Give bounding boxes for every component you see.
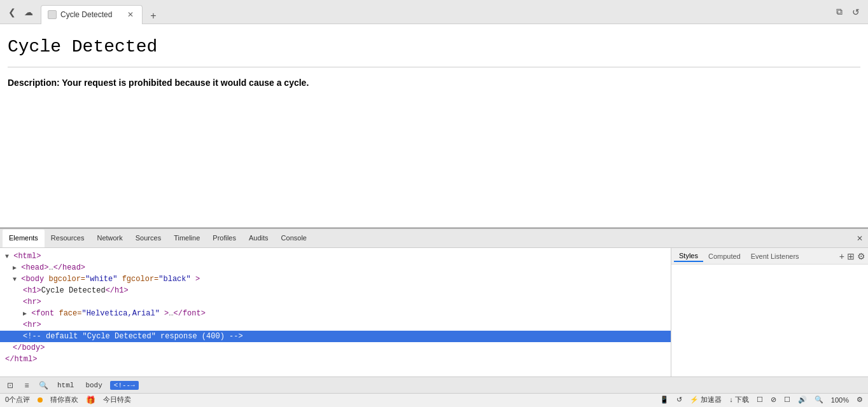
- breadcrumb-html[interactable]: html: [53, 381, 78, 390]
- devtools-right-tab-styles[interactable]: Styles: [674, 251, 703, 262]
- devtools-close-button[interactable]: ✕: [854, 233, 865, 244]
- status-dot: [38, 397, 43, 403]
- restore-button[interactable]: ⧉: [832, 5, 846, 19]
- devtools-panel: Elements Resources Network Sources Timel…: [0, 228, 868, 393]
- accelerator-label[interactable]: ⚡ 加速器: [690, 395, 722, 404]
- devtools-tab-resources[interactable]: Resources: [45, 230, 91, 247]
- tab-close-button[interactable]: ✕: [125, 10, 136, 20]
- page-description: Description: Your request is prohibited …: [8, 78, 860, 88]
- dom-line-comment[interactable]: <!-- default "Cycle Detected" response (…: [0, 331, 671, 342]
- dom-line-html[interactable]: ▼ <html>: [0, 251, 671, 262]
- status-deals: 今日特卖: [103, 395, 131, 404]
- window-icon[interactable]: ☐: [757, 396, 763, 404]
- browser-actions: ⧉ ↺: [832, 5, 863, 19]
- status-recommend: 猜你喜欢: [50, 395, 78, 404]
- dom-line-body-close[interactable]: </body>: [0, 342, 671, 354]
- settings-icon[interactable]: ⚙: [857, 251, 865, 261]
- zoom-level: 100%: [831, 396, 849, 404]
- styles-panel: Styles Computed Event Listeners + ⊞ ⚙: [671, 248, 868, 376]
- browser-window: ❮ ☁ Cycle Detected ✕ + ⧉ ↺ Cycle Detecte…: [0, 0, 868, 407]
- back-button[interactable]: ❮: [5, 5, 19, 19]
- page-title: Cycle Detected: [8, 37, 860, 57]
- devtools-right-tab-computed[interactable]: Computed: [703, 251, 746, 261]
- mobile-icon[interactable]: 📱: [660, 396, 669, 404]
- devtools-tab-profiles[interactable]: Profiles: [206, 230, 242, 247]
- devtools-tabs: Elements Resources Network Sources Timel…: [0, 229, 868, 248]
- dom-tree-panel: ▼ <html> ▶ <head>…</head> ▼ <body bgcolo…: [0, 248, 671, 376]
- list-button[interactable]: ≡: [20, 379, 33, 392]
- devtools-tab-console[interactable]: Console: [275, 230, 313, 247]
- devtools-bottom-toolbar: ⊡ ≡ 🔍 html body <!--→: [0, 376, 868, 393]
- devtools-tab-sources[interactable]: Sources: [129, 230, 167, 247]
- active-tab[interactable]: Cycle Detected ✕: [41, 5, 143, 24]
- dom-line-body[interactable]: ▼ <body bgcolor="white" fgcolor="black" …: [0, 273, 671, 285]
- refresh-icon[interactable]: ↺: [676, 396, 682, 404]
- devtools-tab-timeline[interactable]: Timeline: [167, 230, 206, 247]
- dom-line-h1[interactable]: <h1>Cycle Detected</h1>: [0, 285, 671, 296]
- devtools-tab-audits[interactable]: Audits: [242, 230, 275, 247]
- browser-nav: ❮ ☁: [5, 5, 36, 19]
- dom-line-hr2[interactable]: <hr>: [0, 319, 671, 331]
- breadcrumb-body[interactable]: body: [81, 381, 106, 390]
- volume-icon[interactable]: 🔊: [798, 396, 807, 404]
- tab-title: Cycle Detected: [60, 10, 122, 19]
- tab-favicon: [48, 10, 57, 19]
- stop-icon[interactable]: ⊘: [771, 396, 776, 404]
- devtools-right-actions: + ⊞ ⚙: [839, 251, 865, 261]
- devtools-body: ▼ <html> ▶ <head>…</head> ▼ <body bgcolo…: [0, 248, 868, 376]
- status-points: 0个点评: [5, 395, 30, 404]
- cloud-button[interactable]: ☁: [22, 5, 36, 19]
- dom-line-hr1[interactable]: <hr>: [0, 296, 671, 308]
- reload-button[interactable]: ↺: [849, 5, 863, 19]
- settings-gear-icon[interactable]: ⚙: [857, 396, 863, 404]
- dom-line-font[interactable]: ▶ <font face="Helvetica,Arial" >…</font>: [0, 308, 671, 319]
- add-rule-icon[interactable]: +: [839, 251, 844, 261]
- search-button[interactable]: 🔍: [37, 379, 50, 392]
- gift-icon: 🎁: [86, 396, 95, 404]
- status-bar: 0个点评 猜你喜欢 🎁 今日特卖 📱 ↺ ⚡ 加速器 ↓ 下载 ☐ ⊘ ☐ 🔊 …: [0, 393, 868, 406]
- devtools-right-tab-event-listeners[interactable]: Event Listeners: [746, 251, 804, 261]
- devtools-tab-network[interactable]: Network: [90, 230, 129, 247]
- zoom-label[interactable]: 🔍: [815, 396, 823, 404]
- tab-bar: Cycle Detected ✕ +: [41, 0, 832, 24]
- breadcrumb-comment[interactable]: <!--→: [110, 381, 139, 390]
- dom-line-head[interactable]: ▶ <head>…</head>: [0, 262, 671, 273]
- dom-line-html-close[interactable]: </html>: [0, 354, 671, 365]
- new-tab-button[interactable]: +: [145, 8, 162, 24]
- page-divider: [8, 67, 860, 67]
- page-content: Cycle Detected Description: Your request…: [0, 24, 868, 228]
- download-label[interactable]: ↓ 下载: [729, 395, 749, 404]
- browser-chrome: ❮ ☁ Cycle Detected ✕ + ⧉ ↺: [0, 0, 868, 24]
- devtools-right-tabs: Styles Computed Event Listeners + ⊞ ⚙: [671, 248, 868, 265]
- new-style-icon[interactable]: ⊞: [847, 251, 855, 261]
- grid-icon[interactable]: ☐: [784, 396, 790, 404]
- inspect-button[interactable]: ⊡: [4, 379, 17, 392]
- devtools-tab-elements[interactable]: Elements: [3, 230, 45, 247]
